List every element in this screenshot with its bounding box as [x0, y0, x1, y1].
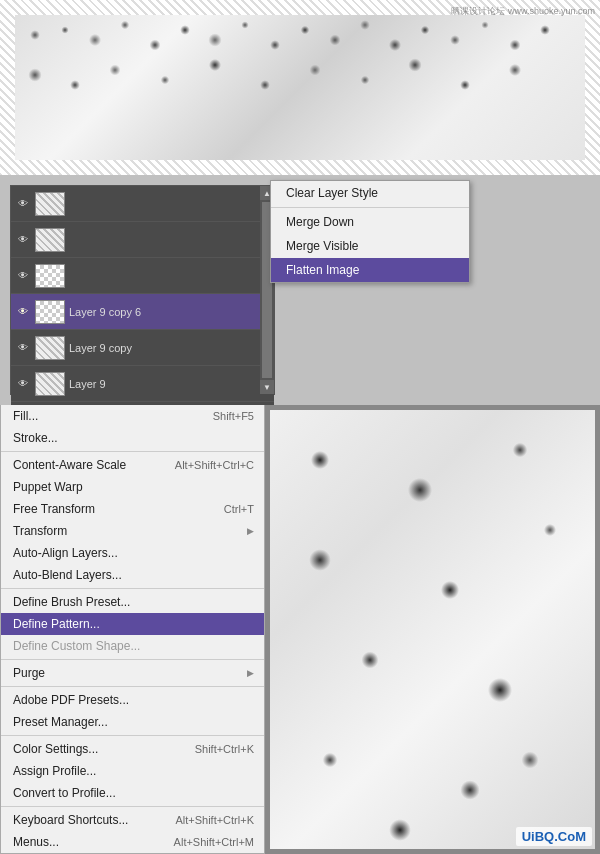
submenu-arrow-icon: ▶: [247, 526, 254, 536]
menu-item-label: Puppet Warp: [13, 480, 83, 494]
menu-item-label: Purge: [13, 666, 45, 680]
menu-item-label: Color Settings...: [13, 742, 98, 756]
menu-item-purge[interactable]: Purge▶: [1, 662, 264, 684]
menu-item-free-transform[interactable]: Free TransformCtrl+T: [1, 498, 264, 520]
submenu-arrow-icon: ▶: [247, 668, 254, 678]
menu-item-puppet-warp[interactable]: Puppet Warp: [1, 476, 264, 498]
menu-item-convert-to-profile[interactable]: Convert to Profile...: [1, 782, 264, 804]
layer-visibility-icon[interactable]: 👁: [15, 232, 31, 248]
edit-menu: Fill...Shift+F5Stroke...Content-Aware Sc…: [0, 405, 265, 854]
menu-item-label: Fill...: [13, 409, 38, 423]
menu-item-merge-visible[interactable]: Merge Visible: [271, 234, 469, 258]
layer-thumbnail: [35, 372, 65, 396]
layer-thumbnail: [35, 228, 65, 252]
menu-item-label: Menus...: [13, 835, 59, 849]
menu-divider: [1, 806, 264, 807]
layer-thumbnail: [35, 336, 65, 360]
menu-item-label: Auto-Blend Layers...: [13, 568, 122, 582]
menu-item-menus[interactable]: Menus...Alt+Shift+Ctrl+M: [1, 831, 264, 853]
bottom-section: Fill...Shift+F5Stroke...Content-Aware Sc…: [0, 405, 600, 854]
layer-name: Layer 9: [69, 378, 270, 390]
layer-row[interactable]: 👁 Layer 9 copy: [11, 330, 274, 366]
layer-thumbnail: [35, 300, 65, 324]
menu-item-content-aware-scale[interactable]: Content-Aware ScaleAlt+Shift+Ctrl+C: [1, 454, 264, 476]
middle-section: 👁 👁 👁 👁 Layer 9 copy 6 👁 Layer 9 copy 👁: [0, 175, 600, 405]
layer-visibility-icon[interactable]: 👁: [15, 268, 31, 284]
layer-visibility-icon[interactable]: 👁: [15, 196, 31, 212]
layer-visibility-icon[interactable]: 👁: [15, 376, 31, 392]
menu-divider: [1, 588, 264, 589]
menu-divider: [271, 207, 469, 208]
menu-item-color-settings[interactable]: Color Settings...Shift+Ctrl+K: [1, 738, 264, 760]
menu-item-keyboard-shortcuts[interactable]: Keyboard Shortcuts...Alt+Shift+Ctrl+K: [1, 809, 264, 831]
canvas-texture-br: [270, 410, 595, 849]
layer-row[interactable]: 👁: [11, 222, 274, 258]
menu-item-clear-layer-style[interactable]: Clear Layer Style: [271, 181, 469, 205]
menu-item-auto-blend-layers[interactable]: Auto-Blend Layers...: [1, 564, 264, 586]
top-canvas: 晒课设计论坛 www.shuoke.yun.com: [0, 0, 600, 175]
menu-item-label: Stroke...: [13, 431, 58, 445]
menu-item-label: Define Pattern...: [13, 617, 100, 631]
layer-row[interactable]: 👁: [11, 258, 274, 294]
menu-item-define-custom-shape[interactable]: Define Custom Shape...: [1, 635, 264, 657]
layer-visibility-icon[interactable]: 👁: [15, 340, 31, 356]
menu-item-preset-manager[interactable]: Preset Manager...: [1, 711, 264, 733]
menu-item-auto-align-layers[interactable]: Auto-Align Layers...: [1, 542, 264, 564]
menu-item-label: Adobe PDF Presets...: [13, 693, 129, 707]
menu-item-label: Assign Profile...: [13, 764, 96, 778]
menu-item-label: Keyboard Shortcuts...: [13, 813, 128, 827]
menu-item-define-brush-preset[interactable]: Define Brush Preset...: [1, 591, 264, 613]
menu-item-shortcut: Alt+Shift+Ctrl+M: [174, 836, 254, 848]
menu-item-label: Content-Aware Scale: [13, 458, 126, 472]
menu-item-shortcut: Alt+Shift+Ctrl+K: [175, 814, 254, 826]
menu-item-label: Convert to Profile...: [13, 786, 116, 800]
layer-row[interactable]: 👁 Layer 9: [11, 366, 274, 402]
menu-item-transform[interactable]: Transform▶: [1, 520, 264, 542]
menu-item-label: Define Custom Shape...: [13, 639, 140, 653]
menu-item-label: Transform: [13, 524, 67, 538]
layer-thumbnail: [35, 192, 65, 216]
layer-name: Layer 9 copy: [69, 342, 270, 354]
scroll-down-arrow[interactable]: ▼: [260, 380, 274, 394]
menu-item-merge-down[interactable]: Merge Down: [271, 210, 469, 234]
menu-item-label: Free Transform: [13, 502, 95, 516]
menu-item-shortcut: Alt+Shift+Ctrl+C: [175, 459, 254, 471]
menu-item-label: Define Brush Preset...: [13, 595, 130, 609]
menu-divider: [1, 659, 264, 660]
layers-panel: 👁 👁 👁 👁 Layer 9 copy 6 👁 Layer 9 copy 👁: [10, 185, 275, 395]
menu-item-shortcut: Ctrl+T: [224, 503, 254, 515]
bottom-right-canvas: UiBQ.CoM: [265, 405, 600, 854]
menu-divider: [1, 735, 264, 736]
menu-divider: [1, 451, 264, 452]
canvas-texture-top: [15, 15, 585, 160]
menu-item-label: Auto-Align Layers...: [13, 546, 118, 560]
menu-item-stroke[interactable]: Stroke...: [1, 427, 264, 449]
menu-divider: [1, 686, 264, 687]
menu-item-flatten-image[interactable]: Flatten Image: [271, 258, 469, 282]
menu-item-adobe-pdf-presets[interactable]: Adobe PDF Presets...: [1, 689, 264, 711]
layer-row[interactable]: 👁: [11, 186, 274, 222]
layer-name-active: Layer 9 copy 6: [69, 306, 270, 318]
menu-item-shortcut: Shift+Ctrl+K: [195, 743, 254, 755]
layer-context-menu: Clear Layer Style Merge Down Merge Visib…: [270, 180, 470, 283]
layer-visibility-icon[interactable]: 👁: [15, 304, 31, 320]
layer-row-active[interactable]: 👁 Layer 9 copy 6: [11, 294, 274, 330]
menu-item-define-pattern[interactable]: Define Pattern...: [1, 613, 264, 635]
watermark-top: 晒课设计论坛 www.shuoke.yun.com: [451, 5, 595, 18]
menu-item-label: Preset Manager...: [13, 715, 108, 729]
menu-item-assign-profile[interactable]: Assign Profile...: [1, 760, 264, 782]
br-watermark: UiBQ.CoM: [516, 827, 592, 846]
menu-item-shortcut: Shift+F5: [213, 410, 254, 422]
menu-item-fill[interactable]: Fill...Shift+F5: [1, 405, 264, 427]
layer-thumbnail: [35, 264, 65, 288]
